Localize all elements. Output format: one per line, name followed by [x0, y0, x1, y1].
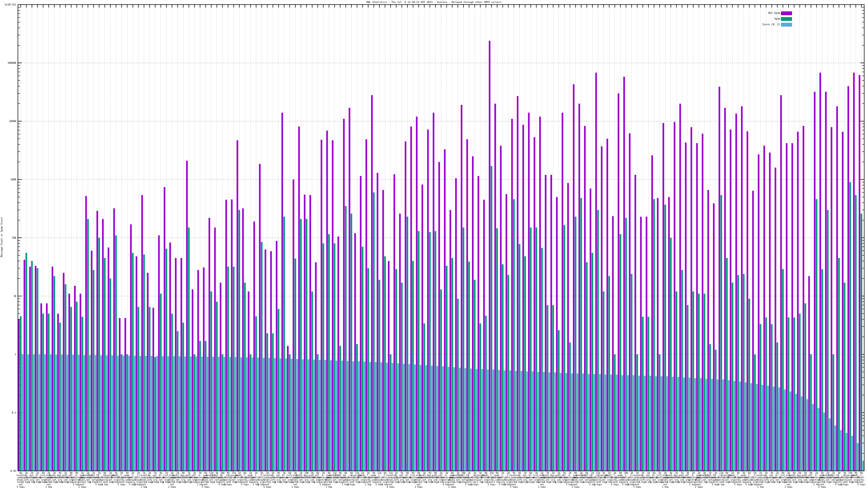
bar-not-spam	[203, 267, 205, 471]
bar-spam	[334, 243, 335, 471]
bar-spam	[754, 354, 756, 471]
bar-score	[487, 369, 489, 471]
bar-score	[638, 376, 640, 471]
bar-spam	[177, 331, 179, 471]
bar-not-spam	[332, 140, 333, 471]
bar-not-spam	[623, 77, 625, 471]
bar-not-spam	[478, 176, 479, 471]
x-tick-label: 9@ Y. dnsbl. sorbs. net 5 hops	[858, 472, 865, 486]
bar-spam	[765, 318, 767, 471]
bar-spam	[412, 261, 414, 471]
bar-score	[257, 358, 259, 471]
bar-not-spam	[758, 154, 760, 471]
bar-score	[840, 430, 842, 471]
bar-not-spam	[713, 203, 715, 471]
y-tick-label: 0.01	[1, 470, 16, 472]
bar-spam	[183, 323, 184, 471]
bar-spam	[407, 217, 408, 471]
bar-not-spam	[416, 117, 417, 471]
bar-spam	[849, 182, 851, 471]
bar-spam	[833, 354, 834, 471]
bar-not-spam	[169, 242, 171, 471]
bar-spam	[659, 354, 660, 471]
bar-score	[347, 361, 348, 471]
bar-not-spam	[276, 241, 278, 471]
bar-score	[100, 355, 102, 471]
bar-spam	[715, 350, 717, 471]
bar-score	[134, 356, 135, 471]
bar-spam	[227, 266, 229, 471]
bar-spam	[250, 354, 251, 471]
bar-score	[795, 394, 797, 471]
rbl-statistics-chart: RBL Statistics - Thu Jul 6 12:58:23 EDT …	[0, 0, 868, 488]
bar-spam	[535, 227, 537, 471]
bar-not-spam	[410, 127, 412, 471]
bar-not-spam	[668, 197, 670, 471]
bar-score	[173, 356, 175, 471]
bar-score	[655, 376, 657, 471]
bar-not-spam	[847, 86, 849, 471]
bar-not-spam	[763, 145, 765, 471]
bar-score	[565, 373, 567, 471]
bar-not-spam	[483, 200, 485, 471]
bar-score	[302, 359, 304, 471]
bar-spam	[283, 217, 285, 471]
bar-not-spam	[97, 211, 98, 471]
bar-not-spam	[427, 130, 429, 471]
bar-score	[179, 356, 180, 471]
bar-not-spam	[831, 127, 832, 471]
bar-not-spam	[741, 106, 743, 471]
bar-score	[229, 357, 231, 471]
bar-not-spam	[590, 188, 591, 471]
bar-score	[252, 358, 253, 471]
bar-spam	[194, 354, 195, 471]
bar-spam	[838, 258, 840, 471]
bar-spam	[48, 314, 50, 471]
bar-score	[425, 365, 427, 471]
bar-score	[235, 357, 237, 471]
bar-spam	[300, 219, 302, 471]
bar-not-spam	[517, 96, 518, 471]
bar-not-spam	[836, 106, 838, 471]
bar-score	[521, 371, 522, 471]
bar-score	[773, 387, 774, 471]
bar-not-spam	[780, 95, 782, 471]
bar-score	[504, 370, 505, 471]
bar-score	[706, 379, 707, 471]
bar-score	[352, 361, 354, 471]
bar-score	[195, 357, 197, 471]
bar-score	[212, 357, 214, 471]
bar-spam	[771, 324, 773, 471]
plot-canvas	[0, 0, 868, 488]
bar-not-spam	[646, 217, 648, 471]
bar-not-spam	[556, 197, 558, 471]
bar-score	[22, 354, 23, 471]
bar-spam	[166, 249, 167, 471]
bar-score	[498, 370, 500, 471]
bar-score	[526, 371, 528, 471]
bar-score	[823, 413, 825, 471]
bar-score	[459, 368, 461, 471]
bar-not-spam	[730, 130, 731, 471]
bar-score	[644, 376, 646, 471]
bar-not-spam	[124, 318, 126, 471]
bar-score	[453, 367, 455, 471]
bar-spam	[805, 303, 806, 471]
bar-spam	[255, 316, 257, 471]
bar-not-spam	[489, 41, 490, 471]
bar-score	[218, 357, 220, 471]
bar-not-spam	[214, 227, 216, 471]
bar-not-spam	[74, 286, 76, 471]
bar-spam	[810, 354, 812, 471]
bar-not-spam	[612, 216, 614, 471]
bar-spam	[558, 330, 560, 471]
bar-not-spam	[35, 266, 36, 471]
bar-spam	[541, 248, 543, 471]
bar-not-spam	[506, 194, 507, 471]
bar-spam	[160, 294, 162, 471]
bar-score	[285, 358, 287, 471]
bar-spam	[306, 219, 307, 471]
bar-score	[789, 391, 791, 471]
bar-not-spam	[315, 262, 316, 471]
bar-spam	[222, 354, 223, 471]
